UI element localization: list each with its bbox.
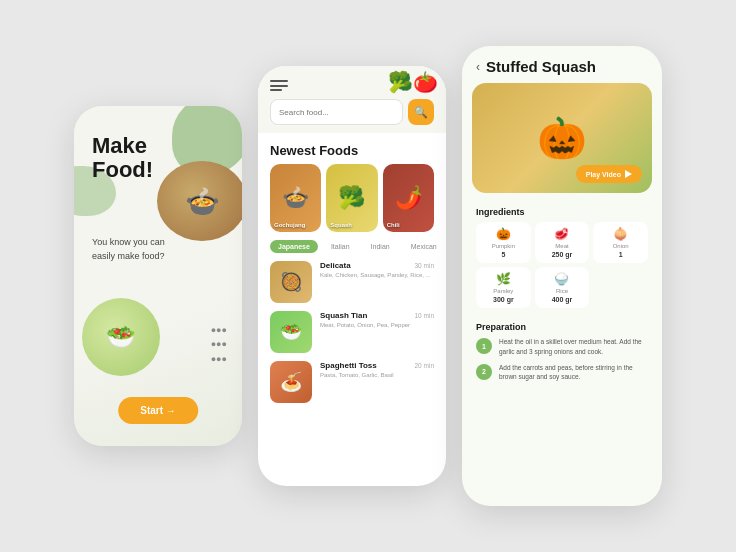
title-line1: Make	[92, 134, 153, 158]
recipe-info: 10 min Squash Tian Meat, Potato, Onion, …	[320, 311, 434, 330]
hero-subtitle: You know you can easily make food?	[92, 236, 182, 263]
cuisine-tabs: Japanese Italian Indian Mexican	[258, 240, 446, 261]
play-video-button[interactable]: Play Video	[576, 165, 642, 183]
step-text-2: Add the carrots and peas, before stirrin…	[499, 363, 648, 383]
recipe-item-squash-tian[interactable]: 🥗 10 min Squash Tian Meat, Potato, Onion…	[270, 311, 434, 353]
recipe-item-spaghetti[interactable]: 🍝 20 min Spaghetti Toss Pasta, Tomato, G…	[270, 361, 434, 403]
recipe-hero-image: 🎃 Play Video	[472, 83, 652, 193]
ingredients-section: Ingredients 🎃 Pumpkin 5 🥩 Meat 250 gr 🧅 …	[462, 201, 662, 308]
recipe-ingredients: Kale, Chicken, Sausage, Parsley, Rice, .…	[320, 272, 434, 280]
food-card-label: Gochujang	[274, 222, 305, 228]
food-card-label: Squash	[330, 222, 352, 228]
search-row: 🔍	[270, 99, 434, 125]
ingredient-parsley: 🌿 Parsley 300 gr	[476, 267, 531, 308]
play-video-label: Play Video	[586, 171, 621, 178]
recipe-ingredients: Pasta, Tomato, Garlic, Basil	[320, 372, 434, 380]
vegetable-decoration: 🥦🍅	[388, 70, 438, 94]
ingredients-label: Ingredients	[476, 207, 648, 217]
rice-icon: 🍚	[554, 272, 569, 286]
ingredients-grid: 🎃 Pumpkin 5 🥩 Meat 250 gr 🧅 Onion 1 🌿 Pa…	[476, 222, 648, 308]
food-card-label: Chili	[387, 222, 400, 228]
recipe-time: 20 min	[414, 362, 434, 369]
recipe-time: 10 min	[414, 312, 434, 319]
onion-icon: 🧅	[613, 227, 628, 241]
spice-decoration: ●●●●●●●●●	[211, 323, 227, 366]
menu-icon[interactable]	[270, 80, 288, 91]
prep-step-2: 2 Add the carrots and peas, before stirr…	[476, 363, 648, 383]
food-cards-row: 🍲 Gochujang 🥦 Squash 🌶️ Chili	[258, 164, 446, 240]
recipe-item-delicata[interactable]: 🥘 30 min Delicata Kale, Chicken, Sausage…	[270, 261, 434, 303]
recipe-detail-title: Stuffed Squash	[486, 58, 596, 75]
hero-title: Make Food!	[92, 134, 153, 182]
title-line2: Food!	[92, 158, 153, 182]
recipe-info: 30 min Delicata Kale, Chicken, Sausage, …	[320, 261, 434, 280]
tab-italian[interactable]: Italian	[323, 240, 358, 253]
food-card-chili[interactable]: 🌶️ Chili	[383, 164, 434, 232]
tab-mexican[interactable]: Mexican	[403, 240, 445, 253]
recipe-info: 20 min Spaghetti Toss Pasta, Tomato, Gar…	[320, 361, 434, 380]
recipe-thumb: 🍝	[270, 361, 312, 403]
food-card-squash[interactable]: 🥦 Squash	[326, 164, 377, 232]
preparation-label: Preparation	[476, 322, 648, 332]
parsley-icon: 🌿	[496, 272, 511, 286]
tab-japanese[interactable]: Japanese	[270, 240, 318, 253]
food-bowl-decoration: 🍲	[157, 161, 242, 241]
recipe-thumb: 🥘	[270, 261, 312, 303]
back-button[interactable]: ‹	[476, 60, 480, 74]
recipe-time: 30 min	[414, 262, 434, 269]
ingredient-onion: 🧅 Onion 1	[593, 222, 648, 263]
food-list-screen: 🥦🍅 🔍 Newest Foods 🍲 Gochujang 🥦 Squash 🌶…	[258, 66, 446, 486]
step-number-2: 2	[476, 364, 492, 380]
search-button[interactable]: 🔍	[408, 99, 434, 125]
start-button[interactable]: Start →	[118, 397, 198, 424]
recipe-list: 🥘 30 min Delicata Kale, Chicken, Sausage…	[258, 261, 446, 403]
salad-bowl-decoration: 🥗	[82, 298, 160, 376]
newest-foods-title: Newest Foods	[258, 133, 446, 164]
meat-icon: 🥩	[554, 227, 569, 241]
ingredient-rice: 🍚 Rice 400 gr	[535, 267, 590, 308]
splash-screen: Make Food! 🍲 You know you can easily mak…	[74, 106, 242, 446]
recipe-detail-screen: ‹ Stuffed Squash 🎃 Play Video Ingredient…	[462, 46, 662, 506]
food-card-gochujang[interactable]: 🍲 Gochujang	[270, 164, 321, 232]
ingredient-meat: 🥩 Meat 250 gr	[535, 222, 590, 263]
search-input[interactable]	[270, 99, 403, 125]
recipe-header: ‹ Stuffed Squash	[462, 46, 662, 75]
ingredient-pumpkin: 🎃 Pumpkin 5	[476, 222, 531, 263]
step-text-1: Heat the oil in a skillet over medium he…	[499, 337, 648, 357]
preparation-list: 1 Heat the oil in a skillet over medium …	[476, 337, 648, 382]
prep-step-1: 1 Heat the oil in a skillet over medium …	[476, 337, 648, 357]
top-bar: 🥦🍅 🔍	[258, 66, 446, 133]
recipe-thumb: 🥗	[270, 311, 312, 353]
recipe-ingredients: Meat, Potato, Onion, Pea, Pepper	[320, 322, 434, 330]
pumpkin-icon: 🎃	[496, 227, 511, 241]
step-number-1: 1	[476, 338, 492, 354]
tab-indian[interactable]: Indian	[363, 240, 398, 253]
play-triangle-icon	[625, 170, 632, 178]
preparation-section: Preparation 1 Heat the oil in a skillet …	[462, 316, 662, 382]
